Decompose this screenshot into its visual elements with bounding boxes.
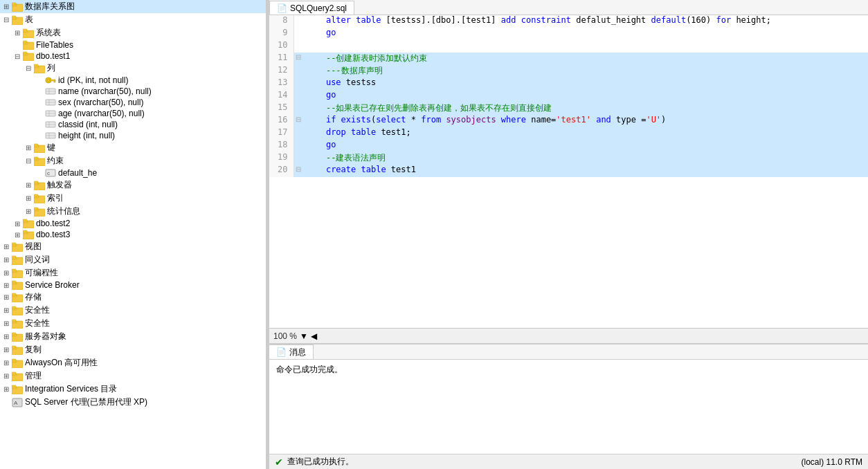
expand-btn-programmable-group[interactable]: ⊞ bbox=[1, 268, 11, 278]
tree-item-stat-group[interactable]: ⊞统计信息 bbox=[0, 205, 266, 218]
expand-btn-key-group[interactable]: ⊞ bbox=[24, 143, 33, 153]
tree-item-col-age[interactable]: ⊞age (nvarchar(50), null) bbox=[0, 108, 266, 119]
tree-item-sql-agent[interactable]: ⊞ASQL Server 代理(已禁用代理 XP) bbox=[0, 396, 266, 409]
expand-btn-constraint-group[interactable]: ⊟ bbox=[24, 156, 33, 166]
expand-btn-security-group[interactable]: ⊞ bbox=[1, 306, 11, 315]
line-fold-14[interactable] bbox=[293, 90, 303, 102]
tree-item-storage-group[interactable]: ⊞存储 bbox=[0, 291, 266, 304]
tree-item-synonym-group[interactable]: ⊞同义词 bbox=[0, 253, 266, 266]
expand-btn-db-relation[interactable]: ⊞ bbox=[1, 2, 11, 12]
expand-btn-service-broker[interactable]: ⊞ bbox=[1, 280, 11, 290]
tree-item-integration[interactable]: ⊞Integration Services 目录 bbox=[0, 383, 266, 396]
line-fold-12[interactable] bbox=[293, 65, 303, 77]
expand-btn-security-root[interactable]: ⊞ bbox=[1, 319, 11, 329]
tree-item-dbo-test2[interactable]: ⊞dbo.test2 bbox=[0, 218, 266, 229]
tab-label: SQLQuery2.sql bbox=[290, 3, 347, 13]
expand-btn-system-tables[interactable]: ⊞ bbox=[12, 28, 22, 38]
line-fold-13[interactable] bbox=[293, 77, 303, 90]
line-fold-8[interactable] bbox=[293, 15, 303, 28]
tree-item-constraint-group[interactable]: ⊟约束 bbox=[0, 154, 266, 167]
code-content[interactable]: 8 alter table [testss].[dbo].[test1] add… bbox=[269, 15, 868, 328]
line-code-15[interactable]: --如果表已存在则先删除表再创建，如果表不存在则直接创建 bbox=[303, 102, 868, 115]
tree-item-programmable-group[interactable]: ⊞可编程性 bbox=[0, 266, 266, 279]
line-code-11[interactable]: --创建新表时添加默认约束 bbox=[303, 53, 868, 65]
icon-programmable-group bbox=[12, 268, 23, 278]
tree-item-dbo-test1[interactable]: ⊟dbo.test1 bbox=[0, 50, 266, 62]
line-fold-19[interactable] bbox=[293, 152, 303, 165]
tree-item-manage[interactable]: ⊞管理 bbox=[0, 369, 266, 383]
line-code-12[interactable]: ---数据库声明 bbox=[303, 65, 868, 77]
tree-item-index-group[interactable]: ⊞索引 bbox=[0, 192, 266, 205]
tree-item-replicate[interactable]: ⊞复制 bbox=[0, 343, 266, 356]
messages-tab[interactable]: 📄 消息 bbox=[269, 344, 314, 359]
icon-trigger-group bbox=[34, 181, 45, 190]
tree-item-table[interactable]: ⊟表 bbox=[0, 13, 266, 26]
line-code-8[interactable]: alter table [testss].[dbo].[test1] add c… bbox=[303, 15, 868, 28]
tree-item-col-sex[interactable]: ⊞sex (nvarchar(50), null) bbox=[0, 97, 266, 108]
tree-item-db-relation[interactable]: ⊞数据库关系图 bbox=[0, 0, 266, 13]
expand-btn-server-obj[interactable]: ⊞ bbox=[1, 332, 11, 342]
tree-item-key-group[interactable]: ⊞键 bbox=[0, 141, 266, 154]
line-code-14[interactable]: go bbox=[303, 90, 868, 102]
line-code-9[interactable]: go bbox=[303, 28, 868, 40]
tree-item-alwayson[interactable]: ⊞AlwaysOn 高可用性 bbox=[0, 356, 266, 369]
line-fold-16[interactable]: ⊟ bbox=[293, 115, 303, 127]
expand-btn-stat-group[interactable]: ⊞ bbox=[24, 207, 33, 217]
zoom-dropdown-icon[interactable]: ▼ bbox=[300, 331, 308, 341]
tree-item-col-group[interactable]: ⊟列 bbox=[0, 62, 266, 75]
tree-item-view-group[interactable]: ⊞视图 bbox=[0, 240, 266, 253]
expand-btn-dbo-test3[interactable]: ⊞ bbox=[12, 230, 22, 239]
object-explorer-panel[interactable]: ⊞数据库关系图⊟表⊞系统表⊞FileTables⊟dbo.test1⊟列⊞id … bbox=[0, 0, 266, 469]
line-code-17[interactable]: drop table test1; bbox=[303, 127, 868, 140]
expand-btn-alwayson[interactable]: ⊞ bbox=[1, 358, 11, 368]
expand-btn-index-group[interactable]: ⊞ bbox=[24, 194, 33, 203]
line-fold-10[interactable] bbox=[293, 40, 303, 53]
scroll-left-icon[interactable]: ◀ bbox=[311, 331, 317, 341]
expand-btn-view-group[interactable]: ⊞ bbox=[1, 242, 11, 252]
tree-item-col-id[interactable]: ⊞id (PK, int, not null) bbox=[0, 75, 266, 86]
expand-btn-integration[interactable]: ⊞ bbox=[1, 385, 11, 394]
expand-btn-col-group[interactable]: ⊟ bbox=[24, 64, 33, 73]
svg-rect-83 bbox=[12, 333, 16, 335]
line-fold-17[interactable] bbox=[293, 127, 303, 140]
line-fold-9[interactable] bbox=[293, 28, 303, 40]
line-code-13[interactable]: use testss bbox=[303, 77, 868, 90]
tree-item-col-classid[interactable]: ⊞classid (int, null) bbox=[0, 119, 266, 130]
line-code-20[interactable]: create table test1 bbox=[303, 165, 868, 177]
line-code-19[interactable]: --建表语法声明 bbox=[303, 152, 868, 165]
expand-btn-dbo-test1[interactable]: ⊟ bbox=[12, 51, 22, 61]
line-code-16[interactable]: if exists(select * from sysobjects where… bbox=[303, 115, 868, 127]
tree-item-file-tables[interactable]: ⊞FileTables bbox=[0, 39, 266, 50]
tree-item-trigger-group[interactable]: ⊞触发器 bbox=[0, 178, 266, 192]
icon-key-group bbox=[34, 143, 45, 153]
line-fold-20[interactable]: ⊟ bbox=[293, 165, 303, 177]
line-fold-11[interactable]: ⊟ bbox=[293, 53, 303, 65]
expand-btn-table[interactable]: ⊟ bbox=[1, 15, 11, 25]
expand-btn-storage-group[interactable]: ⊞ bbox=[1, 293, 11, 302]
tree-item-security-group[interactable]: ⊞安全性 bbox=[0, 304, 266, 317]
line-num-13: 13 bbox=[269, 77, 293, 90]
tree-item-col-height[interactable]: ⊞height (int, null) bbox=[0, 130, 266, 141]
line-code-10[interactable] bbox=[303, 40, 868, 53]
expand-btn-manage[interactable]: ⊞ bbox=[1, 371, 11, 381]
expand-btn-dbo-test2[interactable]: ⊞ bbox=[12, 219, 22, 228]
label-security-group: 安全性 bbox=[25, 304, 50, 316]
expand-btn-replicate[interactable]: ⊞ bbox=[1, 345, 11, 355]
tree-item-col-name[interactable]: ⊞name (nvarchar(50), null) bbox=[0, 86, 266, 97]
svg-rect-59 bbox=[23, 230, 27, 232]
tree-item-security-root[interactable]: ⊞安全性 bbox=[0, 317, 266, 330]
editor-tab[interactable]: 📄 SQLQuery2.sql bbox=[269, 1, 354, 15]
expand-btn-synonym-group[interactable]: ⊞ bbox=[1, 255, 11, 265]
line-fold-18[interactable] bbox=[293, 140, 303, 152]
tree-item-constraint-default[interactable]: ⊞cdefault_he bbox=[0, 167, 266, 178]
line-fold-15[interactable] bbox=[293, 102, 303, 115]
tree-item-system-tables[interactable]: ⊞系统表 bbox=[0, 26, 266, 39]
tree-item-service-broker[interactable]: ⊞Service Broker bbox=[0, 279, 266, 291]
tree-item-dbo-test3[interactable]: ⊞dbo.test3 bbox=[0, 229, 266, 240]
expand-btn-trigger-group[interactable]: ⊞ bbox=[24, 181, 33, 190]
icon-sql-agent: A bbox=[12, 398, 23, 407]
line-num-9: 9 bbox=[269, 28, 293, 40]
tree-item-server-obj[interactable]: ⊞服务器对象 bbox=[0, 330, 266, 343]
line-code-18[interactable]: go bbox=[303, 140, 868, 152]
label-col-classid: classid (int, null) bbox=[58, 120, 118, 129]
